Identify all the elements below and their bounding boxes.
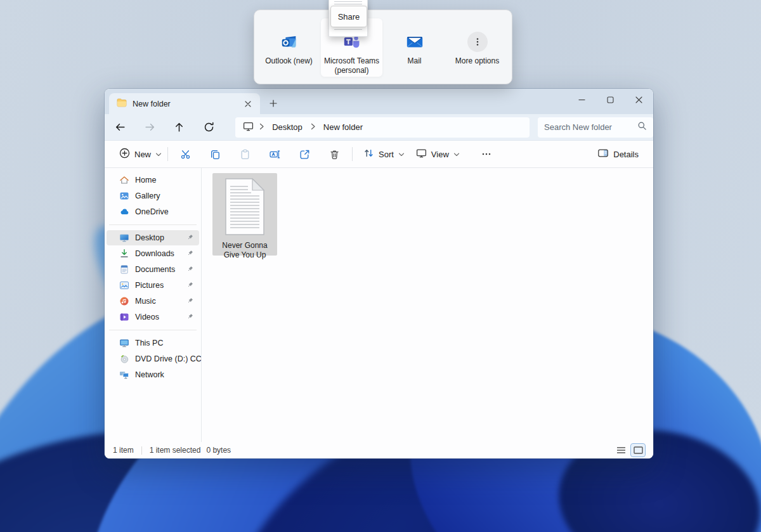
share-more-options[interactable]: More options	[446, 10, 509, 84]
sidebar-item-home[interactable]: Home	[107, 172, 199, 188]
sidebar-item-documents[interactable]: Documents	[107, 262, 199, 277]
tab-title: New folder	[133, 100, 241, 108]
view-button[interactable]: View	[410, 143, 465, 165]
file-explorer-window: New folder Desktop New folder	[105, 89, 653, 458]
search-box	[538, 117, 653, 138]
onedrive-cloud-icon	[119, 207, 129, 217]
share-target-mail[interactable]: Mail	[383, 10, 446, 84]
pin-icon	[186, 297, 194, 306]
title-bar: New folder	[105, 89, 653, 114]
minimize-button[interactable]	[568, 89, 596, 110]
search-input[interactable]	[544, 122, 637, 132]
share-target-label: Outlook (new)	[265, 56, 313, 66]
sidebar-item-label: Documents	[135, 265, 175, 274]
delete-button[interactable]	[322, 143, 346, 165]
chevron-down-icon	[453, 150, 460, 159]
pin-icon	[186, 233, 194, 243]
share-button[interactable]	[292, 143, 316, 165]
sidebar-item-label: Gallery	[135, 191, 160, 200]
share-target-outlook[interactable]: Outlook (new)	[257, 10, 320, 84]
sidebar-item-network[interactable]: Network	[107, 367, 199, 382]
breadcrumb-item-desktop[interactable]: Desktop	[270, 121, 305, 133]
mail-icon	[405, 32, 424, 51]
new-tab-button[interactable]	[265, 95, 282, 112]
sidebar-item-label: Videos	[135, 313, 159, 321]
details-button[interactable]: Details	[592, 143, 644, 165]
tab-new-folder[interactable]: New folder	[109, 93, 260, 114]
share-target-label: More options	[455, 56, 499, 66]
sidebar-item-onedrive[interactable]: OneDrive	[107, 204, 199, 219]
this-pc-icon	[119, 338, 129, 348]
thumbnail-view-toggle[interactable]	[631, 444, 645, 457]
tab-close-button[interactable]	[241, 97, 255, 111]
sidebar-item-label: OneDrive	[135, 207, 169, 216]
desktop-monitor-icon	[243, 121, 254, 134]
breadcrumb-chevron-icon[interactable]	[259, 122, 264, 132]
sidebar-item-desktop[interactable]: Desktop	[107, 230, 199, 245]
see-more-button[interactable]	[474, 143, 498, 165]
refresh-button[interactable]	[198, 117, 220, 138]
paste-button[interactable]	[233, 143, 257, 165]
sidebar-item-label: Downloads	[135, 249, 174, 258]
network-icon	[119, 370, 129, 380]
maximize-button[interactable]	[596, 89, 625, 110]
file-name-label: Never Gonna Give You Up	[214, 241, 275, 260]
view-button-label: View	[431, 150, 449, 159]
sort-button-label: Sort	[379, 150, 394, 159]
more-options-icon	[467, 32, 488, 51]
pin-icon	[186, 313, 194, 322]
selection-count: 1 item selected	[150, 446, 201, 455]
share-flyout: Outlook (new) Microsoft Teams (personal)…	[254, 10, 512, 84]
toolbar-divider	[167, 147, 168, 161]
downloads-icon	[119, 249, 129, 259]
address-row: Desktop New folder	[105, 114, 653, 141]
share-target-label: Microsoft Teams	[324, 56, 379, 66]
window-body: Home Gallery OneDrive Desktop Downloads	[105, 168, 653, 442]
sort-button[interactable]: Sort	[358, 143, 410, 165]
details-pane-icon	[597, 148, 609, 160]
dvd-drive-icon	[119, 354, 129, 364]
sidebar-divider	[109, 330, 197, 330]
videos-icon	[119, 312, 129, 322]
details-view-toggle[interactable]	[614, 444, 628, 457]
window-controls	[568, 89, 653, 110]
sidebar-item-pictures[interactable]: Pictures	[107, 278, 199, 293]
item-count: 1 item	[113, 446, 134, 455]
pin-icon	[186, 249, 194, 259]
new-button[interactable]: New	[114, 143, 167, 165]
plus-circle-icon	[119, 148, 130, 160]
file-item-selected[interactable]: Never Gonna Give You Up	[212, 173, 277, 256]
pin-icon	[186, 281, 194, 290]
sidebar-item-music[interactable]: Music	[107, 294, 199, 309]
rename-button[interactable]	[263, 143, 287, 165]
sidebar-item-label: DVD Drive (D:) CCCC	[135, 354, 202, 363]
statusbar-divider	[141, 446, 142, 455]
sidebar-item-gallery[interactable]: Gallery	[107, 188, 199, 204]
navigation-pane: Home Gallery OneDrive Desktop Downloads	[105, 168, 202, 442]
sidebar-item-label: Music	[135, 297, 156, 306]
breadcrumb-item-current[interactable]: New folder	[321, 121, 365, 133]
pin-icon	[186, 265, 194, 275]
sidebar-item-downloads[interactable]: Downloads	[107, 246, 199, 261]
sidebar-item-label: This PC	[135, 339, 163, 347]
new-button-label: New	[134, 150, 151, 159]
sort-icon	[363, 148, 374, 160]
breadcrumb-chevron-icon[interactable]	[310, 122, 316, 132]
cut-button[interactable]	[173, 143, 197, 165]
copy-button[interactable]	[203, 143, 227, 165]
chevron-down-icon	[155, 150, 162, 159]
text-document-icon	[222, 178, 268, 238]
share-tooltip: Share	[330, 6, 367, 27]
sidebar-item-this-pc[interactable]: This PC	[107, 335, 199, 351]
folder-icon	[117, 98, 127, 109]
desktop-icon	[119, 233, 129, 243]
back-button[interactable]	[110, 117, 131, 138]
breadcrumb[interactable]: Desktop New folder	[235, 117, 530, 138]
sidebar-item-videos[interactable]: Videos	[107, 309, 199, 325]
up-button[interactable]	[169, 117, 190, 138]
music-icon	[119, 296, 129, 306]
share-target-sublabel: (personal)	[334, 66, 368, 75]
close-button[interactable]	[625, 89, 653, 110]
sidebar-item-dvd-drive[interactable]: DVD Drive (D:) CCCC	[107, 351, 199, 367]
forward-button[interactable]	[140, 117, 161, 138]
